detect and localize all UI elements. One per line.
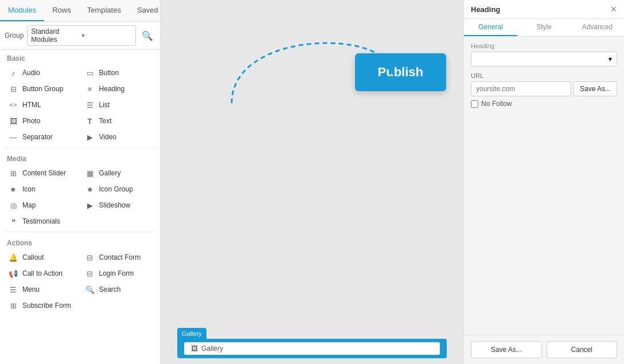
module-button[interactable]: ▭ Button xyxy=(80,65,157,81)
search-button[interactable]: 🔍 xyxy=(139,29,155,42)
icon-module-icon: ★ xyxy=(8,185,18,193)
module-menu[interactable]: ☰ Menu xyxy=(3,281,80,298)
module-photo-label: Photo xyxy=(22,117,40,125)
tab-templates[interactable]: Templates xyxy=(79,0,129,21)
module-separator[interactable]: — Separator xyxy=(3,129,80,145)
media-module-grid: ⊞ Content Slider ▦ Gallery ★ Icon ★ Icon… xyxy=(0,165,160,229)
module-gallery[interactable]: ▦ Gallery xyxy=(80,165,157,181)
no-follow-row: No Follow xyxy=(471,100,617,108)
module-icon-label: Icon xyxy=(22,185,36,193)
url-field-label: URL xyxy=(471,72,617,79)
save-as-button[interactable]: Save As... xyxy=(471,341,542,358)
no-follow-label: No Follow xyxy=(481,100,512,108)
divider-media xyxy=(5,147,155,148)
bottom-buttons: Save As... Cancel xyxy=(464,335,624,364)
module-call-to-action[interactable]: 📢 Call to Action xyxy=(3,265,80,281)
select-button[interactable]: Save As... xyxy=(574,81,617,96)
module-list[interactable]: ☰ List xyxy=(80,97,157,113)
html-icon: <> xyxy=(8,101,18,109)
module-audio-label: Audio xyxy=(22,69,40,77)
module-icon[interactable]: ★ Icon xyxy=(3,181,80,197)
module-audio[interactable]: ♪ Audio xyxy=(3,65,80,81)
module-separator-label: Separator xyxy=(22,133,53,141)
module-subscribe-form[interactable]: ⊞ Subscribe Form xyxy=(3,298,80,314)
heading-field-label: Heading xyxy=(471,42,617,49)
main-area: Gallery 🖼 Gallery xyxy=(161,0,463,364)
module-html[interactable]: <> HTML xyxy=(3,97,80,113)
right-panel-title: Heading xyxy=(471,5,500,14)
section-actions-label: Actions xyxy=(0,234,160,249)
basic-module-grid: ♪ Audio ▭ Button ⊟ Button Group ≡ Headin… xyxy=(0,65,160,145)
heading-icon: ≡ xyxy=(85,85,95,93)
module-callout[interactable]: 🔔 Callout xyxy=(3,249,80,265)
chevron-down-icon: ▾ xyxy=(81,32,132,40)
right-panel: Heading ✕ General Style Advanced Heading… xyxy=(463,0,624,364)
modules-content: Basic ♪ Audio ▭ Button ⊟ Button Group ≡ … xyxy=(0,50,160,364)
module-gallery-label: Gallery xyxy=(99,169,121,177)
module-video[interactable]: ▶ Video xyxy=(80,129,157,145)
module-text-label: Text xyxy=(99,117,112,125)
module-heading[interactable]: ≡ Heading xyxy=(80,81,157,97)
call-to-action-icon: 📢 xyxy=(8,269,18,277)
callout-icon: 🔔 xyxy=(8,253,18,261)
module-html-label: HTML xyxy=(22,101,41,109)
gallery-bar-label: Gallery xyxy=(177,328,206,339)
module-call-to-action-label: Call to Action xyxy=(22,269,63,277)
url-field-row: Save As... xyxy=(471,81,617,96)
right-tab-style[interactable]: Style xyxy=(517,19,571,36)
right-panel-close-button[interactable]: ✕ xyxy=(610,5,617,14)
button-group-icon: ⊟ xyxy=(8,85,18,93)
subscribe-form-icon: ⊞ xyxy=(8,302,18,310)
module-slideshow[interactable]: ▶ Slideshow xyxy=(80,197,157,213)
module-content-slider-label: Content Slider xyxy=(22,169,66,177)
gallery-icon-small: 🖼 xyxy=(191,345,198,353)
group-label: Group xyxy=(5,32,24,40)
module-testimonials[interactable]: ❝ Testimonials xyxy=(3,213,80,229)
module-content-slider[interactable]: ⊞ Content Slider xyxy=(3,165,80,181)
group-bar: Group Standard Modules ▾ 🔍 xyxy=(0,22,160,50)
gallery-bar-inner: 🖼 Gallery xyxy=(184,342,440,355)
no-follow-checkbox[interactable] xyxy=(471,100,478,108)
module-text[interactable]: T Text xyxy=(80,113,157,129)
cancel-button[interactable]: Cancel xyxy=(547,341,618,358)
module-map[interactable]: ◎ Map xyxy=(3,197,80,213)
icon-group-icon: ★ xyxy=(85,185,95,193)
module-login-form-label: Login Form xyxy=(99,269,134,277)
module-icon-group-label: Icon Group xyxy=(99,185,133,193)
button-icon: ▭ xyxy=(85,69,95,77)
module-photo[interactable]: 🖼 Photo xyxy=(3,113,80,129)
module-button-group[interactable]: ⊟ Button Group xyxy=(3,81,80,97)
video-icon: ▶ xyxy=(85,133,95,141)
module-login-form[interactable]: ⊟ Login Form xyxy=(80,265,157,281)
right-tab-general[interactable]: General xyxy=(464,19,517,36)
gallery-bar-inner-label: Gallery xyxy=(201,345,223,353)
tab-modules[interactable]: Modules xyxy=(0,0,44,21)
separator-icon: — xyxy=(8,133,18,141)
list-icon: ☰ xyxy=(85,101,95,109)
module-video-label: Video xyxy=(99,133,116,141)
module-contact-form[interactable]: ⊟ Contact Form xyxy=(80,249,157,265)
section-basic-label: Basic xyxy=(0,50,160,65)
heading-type-dropdown[interactable]: ▾ xyxy=(471,52,617,66)
module-button-label: Button xyxy=(99,69,119,77)
slideshow-icon: ▶ xyxy=(85,201,95,209)
gallery-bar-container: Gallery 🖼 Gallery xyxy=(177,328,447,358)
group-select-value: Standard Modules xyxy=(31,28,81,44)
testimonials-icon: ❝ xyxy=(8,217,18,225)
module-search[interactable]: 🔍 Search xyxy=(80,281,157,298)
module-slideshow-label: Slideshow xyxy=(99,201,131,209)
actions-module-grid: 🔔 Callout ⊟ Contact Form 📢 Call to Actio… xyxy=(0,249,160,314)
tab-rows[interactable]: Rows xyxy=(44,0,79,21)
right-tab-advanced[interactable]: Advanced xyxy=(571,19,624,36)
gallery-icon: ▦ xyxy=(85,169,95,177)
module-icon-group[interactable]: ★ Icon Group xyxy=(80,181,157,197)
group-select[interactable]: Standard Modules ▾ xyxy=(27,25,136,46)
url-input[interactable] xyxy=(471,81,571,96)
login-form-icon: ⊟ xyxy=(85,269,95,277)
module-heading-label: Heading xyxy=(99,85,125,93)
publish-button[interactable]: Publish xyxy=(355,53,446,91)
left-panel: Modules Rows Templates Saved Group Stand… xyxy=(0,0,161,364)
gallery-bar[interactable]: 🖼 Gallery xyxy=(177,339,447,358)
contact-form-icon: ⊟ xyxy=(85,253,95,261)
heading-type-chevron: ▾ xyxy=(609,55,612,63)
